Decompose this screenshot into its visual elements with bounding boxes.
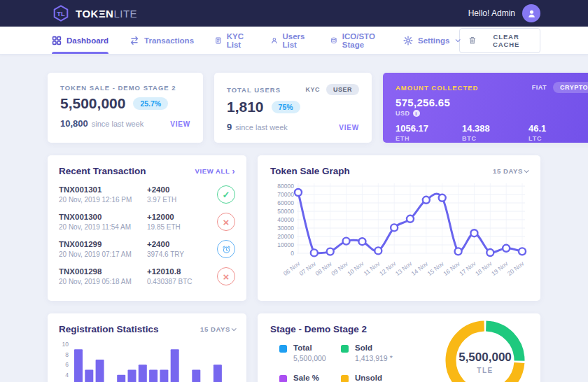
svg-text:12 Nov: 12 Nov	[378, 260, 398, 277]
nav-item-settings[interactable]: Settings	[403, 27, 459, 54]
svg-text:10000: 10000	[277, 241, 294, 248]
svg-text:15 Nov: 15 Nov	[426, 260, 446, 277]
delta-caption: since last week	[235, 123, 288, 132]
transaction-equivalent: 19.85 ETH	[147, 223, 217, 231]
total-users-view-link[interactable]: VIEW	[339, 124, 359, 132]
nav-label: ICO/STO Stage	[342, 32, 382, 49]
total-users-card: TOTAL USERS KYC USER 1,810 75% 9 since l…	[214, 73, 372, 143]
transaction-amount: +12010.8	[147, 267, 217, 276]
toggle-option-user[interactable]: USER	[326, 84, 359, 95]
transaction-row[interactable]: TNX001300 20 Nov, 2019 11:54 AM +12000 1…	[59, 213, 235, 231]
svg-text:18 Nov: 18 Nov	[474, 260, 493, 277]
status-failed-icon[interactable]: ×	[217, 267, 235, 285]
transaction-date: 20 Nov, 2019 07:17 AM	[59, 250, 147, 258]
topbar: TL TOKΞNLITE Hello! Admin	[0, 0, 588, 27]
kyc-document-icon	[215, 36, 222, 45]
nav-label: KYC List	[227, 32, 250, 49]
user-avatar[interactable]	[522, 4, 540, 22]
svg-text:20000: 20000	[277, 233, 294, 240]
token-sale-value: 5,500,000	[60, 95, 125, 112]
transaction-equivalent: 3974.6 TRY	[147, 250, 217, 258]
total-users-label: TOTAL USERS	[227, 86, 281, 94]
amount-unit-label: USD	[396, 110, 410, 117]
transaction-equivalent: 3.97 ETH	[147, 196, 217, 204]
transaction-row[interactable]: TNX001299 20 Nov, 2019 07:17 AM +2400 39…	[59, 240, 235, 258]
stage-title: Stage - Demo Stage 2	[270, 324, 367, 334]
amount-collected-label: AMOUNT COLLECTED	[396, 84, 478, 92]
toggle-option-kyc[interactable]: KYC	[301, 84, 324, 95]
svg-text:0: 0	[290, 250, 294, 257]
toggle-option-fiat[interactable]: FIAT	[528, 82, 551, 93]
transaction-date: 20 Nov, 2019 11:54 AM	[59, 223, 147, 231]
gear-icon	[403, 36, 413, 45]
transaction-date: 20 Nov, 2019 05:18 AM	[59, 278, 147, 285]
total-users-delta: 9	[227, 122, 232, 132]
transaction-row[interactable]: TNX001298 20 Nov, 2019 05:18 AM +12010.8…	[59, 267, 235, 285]
svg-text:07 Nov: 07 Nov	[298, 260, 318, 277]
svg-text:50000: 50000	[277, 208, 294, 215]
svg-text:09 Nov: 09 Nov	[330, 260, 349, 277]
brand-name: TOKΞNLITE	[76, 8, 137, 20]
svg-text:06 Nov: 06 Nov	[282, 260, 302, 277]
recent-transactions-panel: Recent Transaction VIEW ALL› TNX001301 2…	[48, 155, 246, 301]
svg-text:10 Nov: 10 Nov	[346, 260, 365, 277]
clear-cache-label: CLEAR CACHE	[482, 33, 531, 48]
svg-text:30000: 30000	[277, 225, 294, 232]
toggle-option-crypto[interactable]: CRYPTO	[553, 82, 588, 93]
status-pending-icon[interactable]	[217, 240, 235, 258]
nav-item-transactions[interactable]: Transactions	[130, 27, 194, 54]
stage-panel: Stage - Demo Stage 2 Total 5,500,000 Sol…	[258, 313, 540, 382]
token-sale-badge: 25.7%	[133, 97, 168, 110]
nav-item-dashboard[interactable]: Dashboard	[52, 27, 108, 54]
nav-label: Settings	[418, 36, 449, 45]
brand-logo[interactable]: TL TOKΞNLITE	[52, 4, 137, 22]
token-sale-line-chart: 0100002000030000400005000060000700008000…	[270, 181, 528, 287]
transaction-row[interactable]: TNX001301 20 Nov, 2019 12:16 PM +2400 3.…	[59, 185, 235, 204]
trash-icon	[469, 36, 476, 45]
view-all-link[interactable]: VIEW ALL›	[195, 167, 235, 176]
svg-text:11 Nov: 11 Nov	[363, 260, 382, 277]
transaction-date: 20 Nov, 2019 12:16 PM	[59, 196, 147, 204]
info-icon[interactable]: i	[413, 110, 420, 117]
transaction-amount: +12000	[147, 213, 217, 221]
total-users-badge: 75%	[272, 101, 300, 113]
transaction-id: TNX001298	[59, 267, 147, 276]
status-success-icon[interactable]: ✓	[217, 185, 235, 204]
legend-swatch	[279, 375, 287, 382]
amount-collected-card: AMOUNT COLLECTED FIAT CRYPTO 575,256.65 …	[383, 73, 588, 143]
nav-label: Users List	[282, 32, 309, 49]
svg-text:8: 8	[65, 351, 69, 358]
svg-text:14 Nov: 14 Nov	[410, 260, 430, 277]
chevron-right-icon: ›	[232, 167, 235, 176]
person-icon	[526, 8, 537, 19]
svg-text:13 Nov: 13 Nov	[394, 260, 414, 277]
legend-swatch	[341, 345, 349, 353]
legend-swatch	[341, 375, 349, 382]
nav-item-kyc-list[interactable]: KYC List	[215, 27, 250, 54]
chevron-down-icon	[524, 168, 529, 173]
kyc-user-toggle: KYC USER	[301, 84, 359, 95]
status-failed-icon[interactable]: ×	[217, 213, 235, 231]
clear-cache-button[interactable]: CLEAR CACHE	[459, 28, 540, 53]
legend-item-total: Total 5,500,000	[279, 344, 341, 362]
svg-text:20 Nov: 20 Nov	[506, 260, 526, 277]
fiat-crypto-toggle: FIAT CRYPTO	[528, 82, 588, 93]
svg-text:16 Nov: 16 Nov	[442, 260, 461, 277]
legend-swatch	[279, 345, 287, 353]
bar-chart-period-dropdown[interactable]: 15 DAYS	[200, 325, 235, 333]
transactions-arrows-icon	[130, 36, 139, 45]
main-navbar: Dashboard Transactions KYC List Users Li…	[0, 27, 588, 55]
transaction-amount: +2400	[147, 185, 217, 194]
chevron-down-icon	[232, 326, 237, 331]
registration-bar-chart: 246810	[59, 340, 235, 382]
svg-text:TL: TL	[57, 10, 65, 17]
transaction-equivalent: 0.430387 BTC	[147, 278, 217, 285]
nav-item-users-list[interactable]: Users List	[271, 27, 309, 54]
nav-item-ico-sto-stage[interactable]: ICO/STO Stage	[330, 27, 382, 54]
line-chart-period-dropdown[interactable]: 15 DAYS	[493, 167, 528, 175]
token-sale-graph-panel: Token Sale Graph 15 DAYS 010000200003000…	[258, 155, 540, 301]
dashboard-grid-icon	[52, 36, 62, 45]
recent-transactions-title: Recent Transaction	[59, 166, 146, 176]
donut-center-label: 5,500,000 TLE	[422, 351, 548, 374]
token-sale-view-link[interactable]: VIEW	[170, 120, 190, 128]
